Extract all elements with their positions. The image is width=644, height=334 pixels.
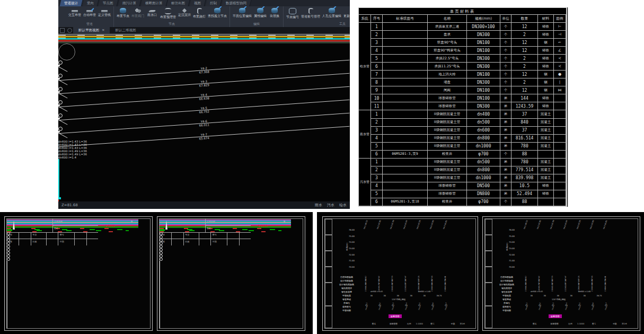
ribbon-button[interactable]: 属性编辑 [254,7,267,19]
profile-row-label: 管内底埋深 [493,286,520,290]
ribbon-tab-2[interactable]: 竖向 [83,0,99,6]
ribbon-button[interactable]: 人孔位置编辑 [322,7,341,19]
axis-tick-label: 73.00 [349,247,355,250]
table-cell-seq: 3 [371,127,383,135]
table-cell-standard [383,166,428,174]
table-cell-qty: 839.998 [511,174,538,182]
block-replace-icon [271,8,278,13]
profile-value: 2.48 [604,288,606,292]
table-header-cell: 系统 [359,15,371,23]
layer-toggle[interactable]: 给水 [339,203,347,207]
crossing-road-edge [160,291,160,323]
profile-value: 64.33 [444,283,446,288]
table-cell-unit: 个 [500,78,511,86]
ribbon-tab-7[interactable]: 视图 [190,0,206,6]
table-cell-spec: dn1000 [467,143,500,151]
table-cell-qty: 12 [511,71,538,78]
ribbon-button[interactable]: 查找孤立节点 [208,7,227,19]
pipe-define-icon [101,10,108,12]
view-tab-1[interactable]: 默认平面视图✕ [73,27,110,33]
ribbon-button-label: 自动布管 [83,13,96,17]
profile-row-label: 管道基础 [493,297,520,301]
ribbon-button-label: 属性编辑 [254,14,267,19]
viewport-icon[interactable] [67,28,72,33]
ribbon-tab-6[interactable]: 标注出图 [167,0,190,6]
table-cell-spec: DN100 [467,94,500,102]
ribbon-button[interactable]: 节点编号 [286,7,299,20]
drawing-canvas[interactable]: Y4-267.368Y4-367.829Y4-466.638Y4-566.752… [58,33,350,201]
profile-value: 64.61 [431,283,433,288]
layer-toggle[interactable]: 雨水 [315,203,322,207]
ribbon-tab-9[interactable]: 数据模型协同 [222,0,252,6]
title-block-line [7,232,98,233]
table-cell-name: 球墨铸铁管 [428,190,467,198]
ribbon-button[interactable]: 定义管线 [98,7,111,17]
crossing-road-edge [7,323,7,329]
frame-strip-box [325,251,332,267]
ribbon-group-label: 工具 [286,22,350,27]
table-cell-spec: DN300 [467,55,500,63]
layout-grid-icon[interactable] [60,28,65,33]
table-cell-material: 钢 [538,78,554,86]
close-icon[interactable]: ✕ [102,28,104,32]
axis-tick-label: 71.00 [509,259,515,262]
material-table-panel: 单页材料表 系统序号标准或图号名称规格(mm)单位数量材料图例给水管1承插单支承… [358,7,568,207]
label-leader-line [58,66,67,72]
table-cell-unit: 米 [500,127,511,135]
ribbon-button[interactable]: 布置阀门 [131,7,144,19]
road-line [58,43,350,43]
ribbon-button[interactable]: 布置路灯 [193,7,206,19]
profile-value: 66.01 [365,283,367,288]
table-cell-standard [383,127,428,135]
table-cell-spec: dn400 [467,110,500,118]
ribbon-tab-3[interactable]: 节点图 [99,0,118,6]
view-tab-2[interactable]: 默认三维视图 [110,27,141,33]
ribbon-tab-1[interactable]: 管道设计 [60,0,83,6]
manhole-edit-icon [329,8,335,13]
ribbon-tab-8[interactable]: 控制 [206,0,222,6]
table-cell-seq: 3 [371,39,383,47]
ribbon-toolbar: 交互布管自动布管定义管线管道布置节点布置阀门雨水口布置预埋管定沉泥井布置路灯查找… [58,6,350,27]
legend-symbol: ≺ [554,55,566,63]
layer-toggle[interactable]: 污水 [327,203,334,207]
ribbon-button[interactable]: 管道桩号管理 [301,7,320,19]
table-cell-qty: 2 [511,63,538,71]
ribbon-button[interactable]: 交互布管 [68,7,81,17]
table-cell-seq: 7 [371,71,383,78]
table-cell-spec: DN500 [467,182,500,190]
ribbon-button[interactable]: 布置预埋管 [160,7,176,20]
table-cell-standard [383,39,428,47]
ribbon-button[interactable]: 块替换 [269,7,280,19]
distance-value: 36 [424,295,426,297]
title-block-line [171,232,172,245]
ribbon-button-label: 雨水口 [146,13,158,17]
ribbon-button[interactable]: 自动布管 [83,7,96,17]
table-cell-standard: 06MS201-3,页18 [383,198,428,206]
ribbon-button[interactable]: 布置节点 [117,7,129,19]
ribbon-button[interactable]: 定沉泥井 [178,7,191,17]
ribbon-button[interactable]: 平面位置编辑 [233,7,252,19]
table-cell-seq: 5 [371,190,383,198]
frame-strip-box [485,283,492,306]
table-cell-name: 堵盘 [428,78,467,86]
ribbon-tab-4[interactable]: 雨污计算 [118,0,141,6]
ribbon-button[interactable]: 更新节点模型 [343,7,350,19]
title-strip-label: 1:1000 [416,322,423,325]
title-strip-label: 图名 [533,322,537,325]
table-cell-qty: 12 [511,86,538,94]
ribbon-button[interactable]: 雨水口 [146,7,158,17]
table-header-cell: 数量 [511,15,538,23]
table-cell-standard [383,63,428,71]
frame-strip-box [325,306,332,328]
station-label: Y4-6 67.03 [589,220,594,230]
ribbon-tab-5[interactable]: 横断面计算 [140,0,167,6]
table-cell-name: II级钢筋混凝土管 [428,166,467,174]
profile-value: 2.22 [564,288,567,292]
profile-value: 64.89 [578,283,580,288]
table-cell-qty: 780 [511,159,538,166]
titleblock-cell-label: 审定 [161,233,165,236]
titleblock-drawing-label: 图名 [54,227,58,230]
title-strip-label: 张数 [613,322,617,325]
table-cell-material: 混凝土 [538,127,554,135]
table-cell-spec: DN100 [467,39,500,47]
